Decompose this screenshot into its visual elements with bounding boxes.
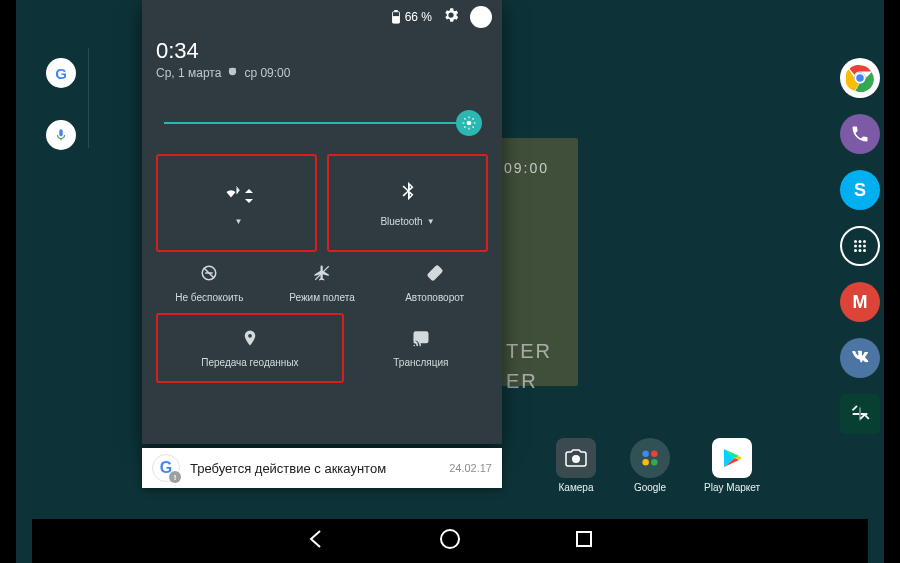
vk-icon[interactable] [840,338,880,378]
brightness-knob-icon[interactable] [456,110,482,136]
camera-app[interactable]: Камера [556,438,596,493]
airplane-tile[interactable]: Режим полета [269,264,376,303]
recents-button[interactable] [572,527,596,555]
panel-date: Ср, 1 марта [156,66,221,80]
svg-rect-36 [206,272,214,274]
svg-rect-38 [427,266,442,281]
tablet-frame: 4 09:00 TER ER G S M [16,0,884,563]
cast-icon [412,329,430,351]
svg-point-40 [572,455,580,463]
svg-point-44 [651,459,658,466]
back-button[interactable] [304,527,328,555]
svg-point-6 [863,240,866,243]
home-widget-text: TER ER [506,336,552,396]
google-notif-icon: G! [152,454,180,482]
notification-card[interactable]: G! Требуется действие с аккаунтом 24.02.… [142,448,502,488]
google-folder[interactable]: Google [630,438,670,493]
svg-rect-50 [577,532,591,546]
wifi-icon [220,181,252,207]
bluetooth-tile[interactable]: Bluetooth ▼ [327,154,488,252]
svg-rect-20 [392,16,399,23]
svg-point-8 [859,245,862,248]
svg-line-28 [464,127,465,128]
notification-date: 24.02.17 [449,462,492,474]
svg-point-11 [859,249,862,252]
panel-alarm-time: ср 09:00 [244,66,290,80]
svg-point-42 [651,450,658,457]
location-icon [241,329,259,351]
bluetooth-icon [397,180,419,206]
dnd-icon [200,264,218,286]
home-button[interactable] [438,527,462,555]
google-search-icon[interactable]: G [46,58,76,88]
notification-title: Требуется действие с аккаунтом [190,461,386,476]
location-tile[interactable]: Передача геоданных [156,313,344,383]
battery-status: 66 % [391,10,432,24]
svg-point-7 [854,245,857,248]
svg-marker-32 [245,189,253,193]
app-drawer-icon[interactable] [840,226,880,266]
svg-point-4 [854,240,857,243]
chrome-icon[interactable] [840,58,880,98]
svg-rect-13 [853,413,859,415]
play-store-app[interactable]: Play Маркет [704,438,760,493]
status-bar: 66 % [142,0,502,34]
gmail-icon[interactable]: M [840,282,880,322]
skype-icon[interactable]: S [840,170,880,210]
svg-point-21 [467,121,472,126]
panel-clock: 0:34 [156,38,488,64]
svg-point-12 [863,249,866,252]
svg-line-29 [473,118,474,119]
cast-tile[interactable]: Трансляция [354,313,488,383]
svg-line-27 [473,127,474,128]
dnd-tile[interactable]: Не беспокоить [156,264,263,303]
quick-settings-panel: 66 % 0:34 Ср, 1 марта ср 09:00 [142,0,502,444]
svg-marker-33 [245,199,253,203]
svg-point-49 [441,530,459,548]
home-app-row: Камера Google Play Маркет [556,438,760,493]
svg-line-26 [464,118,465,119]
left-dock: G [46,58,76,150]
airplane-icon [313,264,331,286]
home-alarm: 09:00 [504,160,549,176]
user-avatar-icon[interactable] [470,6,492,28]
svg-point-9 [863,245,866,248]
svg-point-5 [859,240,862,243]
svg-point-43 [642,459,649,466]
svg-point-10 [854,249,857,252]
svg-rect-19 [394,10,398,12]
svg-rect-15 [852,405,858,411]
alarm-icon [227,66,238,80]
right-dock: S M [840,58,880,434]
warning-badge-icon: ! [169,471,181,483]
voice-search-icon[interactable] [46,120,76,150]
brightness-slider[interactable] [164,98,468,142]
autorotate-icon [426,264,444,286]
viber-icon[interactable] [840,114,880,154]
svg-point-41 [642,450,649,457]
navigation-bar [32,519,868,563]
panel-header: 0:34 Ср, 1 марта ср 09:00 [142,34,502,88]
left-dock-separator [88,48,89,148]
settings-gear-icon[interactable] [442,6,460,28]
autorotate-tile[interactable]: Автоповорот [381,264,488,303]
wifi-tile[interactable]: ▼ [156,154,317,252]
calc-icon[interactable] [840,394,880,434]
